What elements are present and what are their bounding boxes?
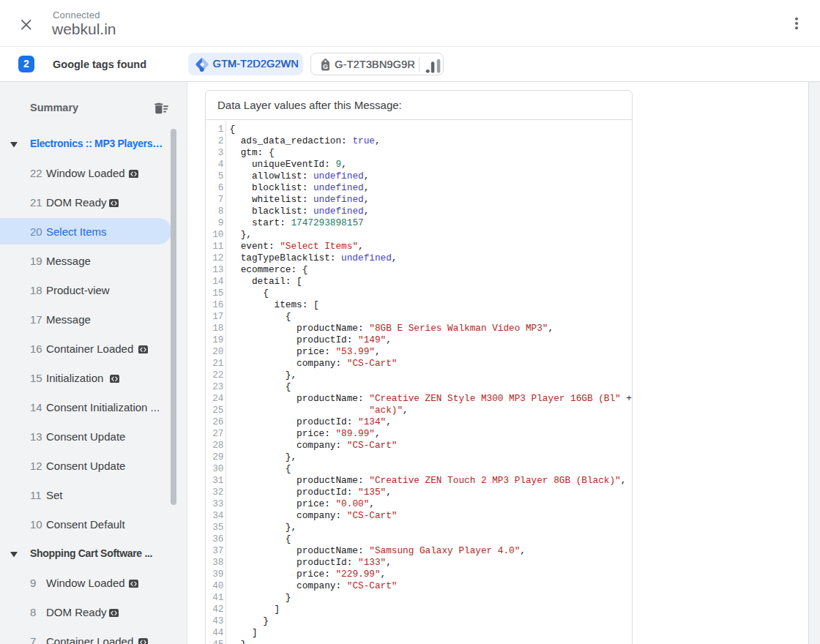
svg-text:G: G — [323, 63, 328, 70]
